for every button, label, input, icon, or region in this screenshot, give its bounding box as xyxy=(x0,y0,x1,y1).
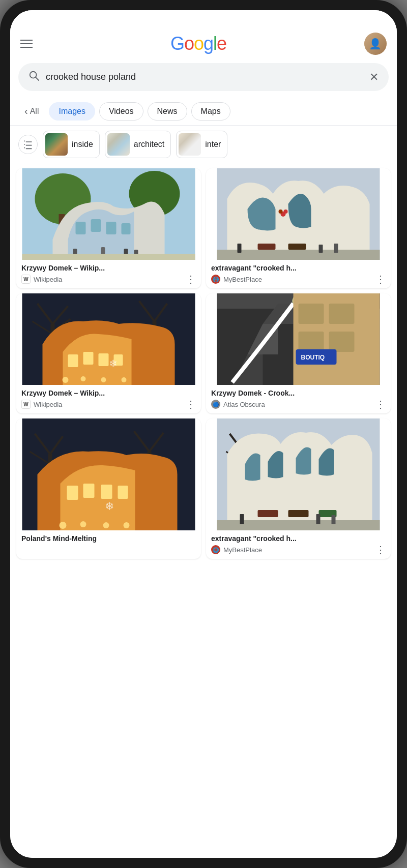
svg-point-68 xyxy=(103,522,109,528)
svg-rect-65 xyxy=(118,486,128,499)
card-info-2: extravagant "crooked h... 🌐 MyBestPlace … xyxy=(206,260,391,288)
more-options-4[interactable]: ⋮ xyxy=(375,399,386,409)
tab-videos[interactable]: Videos xyxy=(99,102,143,121)
phone-frame: G o o g l e 👤 xyxy=(0,0,407,868)
source-left-2: 🌐 MyBestPlace xyxy=(211,275,262,284)
svg-rect-62 xyxy=(67,486,78,500)
card-source-2: 🌐 MyBestPlace ⋮ xyxy=(211,274,386,284)
search-query-text: crooked house poland xyxy=(46,72,363,82)
svg-rect-8 xyxy=(91,219,101,232)
card-source-4: 🔵 Atlas Obscura ⋮ xyxy=(211,399,386,409)
source-favicon-2: 🌐 xyxy=(211,275,220,284)
result-image-3: ❄ xyxy=(16,293,201,385)
svg-rect-83 xyxy=(332,515,336,524)
source-left-4: 🔵 Atlas Obscura xyxy=(211,400,265,409)
svg-rect-22 xyxy=(334,244,338,253)
tab-bar: ‹ All Images Videos News Maps xyxy=(10,97,397,126)
more-options-2[interactable]: ⋮ xyxy=(375,274,386,284)
result-card-1[interactable]: Krzywy Domek – Wikip... W Wikipedia ⋮ xyxy=(16,168,201,288)
svg-rect-64 xyxy=(101,485,112,499)
logo-e: e xyxy=(217,33,226,54)
svg-point-66 xyxy=(60,522,67,529)
svg-point-39 xyxy=(63,377,69,383)
svg-rect-48 xyxy=(299,304,324,324)
result-image-5: ❄ xyxy=(16,418,201,530)
chip-label-inter: inter xyxy=(205,140,221,149)
filter-chip-architect[interactable]: architect xyxy=(105,131,171,158)
avatar-image: 👤 xyxy=(364,33,387,55)
search-icon xyxy=(28,70,40,84)
header: G o o g l e 👤 xyxy=(10,28,397,61)
svg-text:❄: ❄ xyxy=(109,358,118,369)
logo-o1: o xyxy=(184,33,194,54)
search-bar-wrapper: crooked house poland ✕ xyxy=(10,61,397,97)
source-favicon-1: W xyxy=(21,275,31,284)
status-bar xyxy=(10,10,397,28)
screen-content[interactable]: G o o g l e 👤 xyxy=(10,10,397,858)
result-image-2 xyxy=(206,168,391,260)
card-source-1: W Wikipedia ⋮ xyxy=(21,274,196,284)
hamburger-menu-button[interactable] xyxy=(20,40,33,48)
avatar[interactable]: 👤 xyxy=(364,33,387,55)
result-card-5[interactable]: ❄ Poland's Mind-Melting xyxy=(16,418,201,559)
logo-g: G xyxy=(170,33,184,54)
card-source-6: 🌐 MyBestPlace ⋮ xyxy=(211,545,386,555)
svg-text:BOUTIQ: BOUTIQ xyxy=(301,354,325,361)
svg-rect-37 xyxy=(99,353,109,366)
result-image-1 xyxy=(16,168,201,260)
clear-search-button[interactable]: ✕ xyxy=(369,71,379,84)
svg-point-42 xyxy=(122,377,127,382)
more-options-6[interactable]: ⋮ xyxy=(375,545,386,555)
card-info-4: Krzywy Domek - Crook... 🔵 Atlas Obscura … xyxy=(206,385,391,413)
svg-point-24 xyxy=(284,209,288,214)
tab-all-label: All xyxy=(30,107,39,116)
card-title-4: Krzywy Domek - Crook... xyxy=(211,389,386,397)
svg-rect-78 xyxy=(288,510,309,517)
result-card-3[interactable]: ❄ Krzywy Domek – Wikip... W Wikipedia ⋮ xyxy=(16,293,201,413)
chip-label-architect: architect xyxy=(134,140,164,149)
tab-maps-label: Maps xyxy=(201,107,221,115)
svg-point-69 xyxy=(124,522,130,528)
source-name-6: MyBestPlace xyxy=(223,546,262,554)
search-bar[interactable]: crooked house poland ✕ xyxy=(18,63,389,91)
filter-tune-button[interactable] xyxy=(18,135,38,154)
filter-row: inside architect inter xyxy=(10,126,397,163)
result-image-6 xyxy=(206,418,391,530)
svg-rect-9 xyxy=(106,222,117,234)
result-card-2[interactable]: extravagant "crooked h... 🌐 MyBestPlace … xyxy=(206,168,391,288)
card-title-6: extravagant "crooked h... xyxy=(211,534,386,543)
more-options-1[interactable]: ⋮ xyxy=(186,274,196,284)
card-title-5: Poland's Mind-Melting xyxy=(21,534,196,543)
card-title-1: Krzywy Domek – Wikip... xyxy=(21,264,196,272)
source-name-3: Wikipedia xyxy=(34,401,62,408)
svg-rect-15 xyxy=(22,254,195,260)
source-name-1: Wikipedia xyxy=(34,276,62,283)
svg-rect-17 xyxy=(258,244,276,250)
tab-maps[interactable]: Maps xyxy=(191,102,230,121)
result-card-6[interactable]: extravagant "crooked h... 🌐 MyBestPlace … xyxy=(206,418,391,559)
logo-o2: o xyxy=(194,33,204,54)
svg-rect-35 xyxy=(68,354,78,367)
chip-thumb-architect xyxy=(107,133,130,156)
svg-rect-36 xyxy=(83,352,94,365)
card-info-3: Krzywy Domek – Wikip... W Wikipedia ⋮ xyxy=(16,385,201,413)
filter-chip-inside[interactable]: inside xyxy=(43,131,100,158)
tab-news[interactable]: News xyxy=(148,102,187,121)
source-name-4: Atlas Obscura xyxy=(223,401,265,408)
card-source-3: W Wikipedia ⋮ xyxy=(21,399,196,409)
svg-rect-51 xyxy=(329,332,355,352)
filter-chip-inter[interactable]: inter xyxy=(176,131,227,158)
svg-rect-49 xyxy=(329,304,355,324)
svg-rect-82 xyxy=(316,514,321,524)
chevron-left-icon: ‹ xyxy=(24,105,28,117)
svg-rect-81 xyxy=(240,514,244,524)
source-left-1: W Wikipedia xyxy=(21,275,62,284)
tab-images[interactable]: Images xyxy=(49,102,95,121)
card-info-5: Poland's Mind-Melting xyxy=(16,530,201,549)
source-favicon-3: W xyxy=(21,400,31,409)
svg-rect-18 xyxy=(288,244,306,250)
svg-rect-50 xyxy=(299,332,324,352)
tab-all[interactable]: ‹ All xyxy=(18,101,45,121)
more-options-3[interactable]: ⋮ xyxy=(186,399,196,409)
result-card-4[interactable]: BOUTIQ Krzywy Domek - Crook... 🔵 Atlas O… xyxy=(206,293,391,413)
